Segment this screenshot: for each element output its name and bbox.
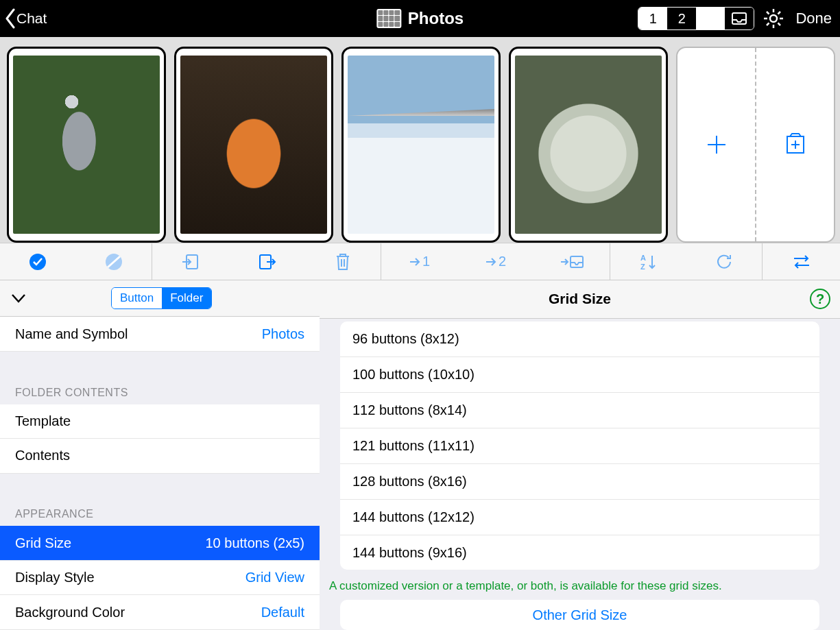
page-1-tab[interactable]: 1 bbox=[638, 8, 667, 29]
grid-option[interactable]: 128 buttons (8x16) bbox=[340, 464, 819, 500]
svg-point-1 bbox=[770, 15, 777, 22]
lower-panes: Button Folder Name and Symbol Photos FOL… bbox=[0, 280, 840, 630]
photo-card-4[interactable] bbox=[509, 47, 668, 243]
page-segmented-control[interactable]: 1 2 bbox=[638, 7, 754, 30]
cancel-circle-icon bbox=[104, 252, 123, 271]
svg-line-8 bbox=[778, 12, 781, 14]
import-icon bbox=[181, 252, 200, 271]
grid-option[interactable]: 121 buttons (11x11) bbox=[340, 428, 819, 464]
photo-card-3[interactable] bbox=[341, 47, 501, 243]
header-right: 1 2 Done bbox=[638, 6, 835, 31]
page-tray-tab[interactable] bbox=[725, 8, 754, 29]
grid-size-row[interactable]: Grid Size 10 buttons (2x5) bbox=[0, 526, 320, 561]
template-label: Template bbox=[15, 413, 71, 429]
background-color-label: Background Color bbox=[15, 605, 125, 620]
sort-az-icon: AZ bbox=[638, 253, 658, 271]
button-folder-segment[interactable]: Button Folder bbox=[111, 287, 212, 309]
right-title: Grid Size bbox=[549, 291, 611, 307]
help-button[interactable]: ? bbox=[810, 289, 830, 309]
add-card bbox=[676, 47, 835, 243]
grid-size-note: A customized version or a template, or b… bbox=[320, 570, 840, 600]
export-button[interactable] bbox=[248, 250, 286, 274]
segment-button[interactable]: Button bbox=[112, 288, 162, 308]
page-title: Photos bbox=[408, 9, 464, 28]
display-style-row[interactable]: Display Style Grid View bbox=[0, 561, 320, 596]
name-and-symbol-label: Name and Symbol bbox=[15, 326, 128, 342]
photo-card-2[interactable] bbox=[174, 47, 333, 243]
deselect-all-button[interactable] bbox=[95, 250, 133, 274]
gear-icon bbox=[763, 8, 784, 29]
add-button[interactable] bbox=[677, 48, 756, 241]
select-all-button[interactable] bbox=[19, 250, 57, 274]
grid-size-label: Grid Size bbox=[15, 535, 71, 551]
svg-text:Z: Z bbox=[640, 263, 645, 271]
photos-app-icon bbox=[376, 9, 401, 28]
back-button[interactable]: Chat bbox=[0, 8, 51, 29]
photo-airplane-wing bbox=[348, 56, 494, 234]
right-header: Grid Size ? bbox=[320, 280, 840, 319]
trash-icon bbox=[334, 252, 352, 271]
grid-option[interactable]: 112 buttons (8x14) bbox=[340, 393, 819, 428]
svg-text:A: A bbox=[640, 254, 646, 262]
contents-label: Contents bbox=[15, 448, 70, 463]
app-header: Chat Photos 1 2 Done bbox=[0, 0, 840, 37]
refresh-icon bbox=[715, 253, 733, 271]
done-button[interactable]: Done bbox=[793, 10, 835, 27]
arrow-right-icon bbox=[409, 256, 421, 267]
send-group: 1 2 bbox=[381, 243, 610, 280]
segment-folder[interactable]: Folder bbox=[162, 288, 211, 308]
title-group: Photos bbox=[376, 9, 464, 28]
page-2-tab[interactable]: 2 bbox=[667, 8, 696, 29]
photo-starfish bbox=[180, 56, 327, 234]
template-row[interactable]: Template bbox=[0, 404, 320, 439]
arrange-group: AZ bbox=[610, 243, 763, 280]
contents-row[interactable]: Contents bbox=[0, 439, 320, 474]
name-and-symbol-value: Photos bbox=[262, 326, 304, 342]
svg-line-9 bbox=[767, 23, 769, 26]
grid-option[interactable]: 100 buttons (10x10) bbox=[340, 357, 819, 393]
grid-option[interactable]: 144 buttons (9x16) bbox=[340, 535, 819, 570]
settings-button[interactable] bbox=[761, 6, 786, 31]
grid-size-pane: Grid Size ? 96 buttons (8x12) 100 button… bbox=[320, 280, 840, 630]
photo-card-1[interactable] bbox=[7, 47, 166, 243]
other-grid-size-button[interactable]: Other Grid Size bbox=[340, 600, 819, 630]
name-and-symbol-row[interactable]: Name and Symbol Photos bbox=[0, 317, 320, 352]
appearance-section-label: APPEARANCE bbox=[0, 493, 320, 526]
back-label: Chat bbox=[16, 10, 47, 27]
send-to-1-button[interactable]: 1 bbox=[400, 250, 439, 274]
photo-heron bbox=[13, 56, 160, 234]
display-style-label: Display Style bbox=[15, 570, 95, 585]
chevron-left-icon bbox=[4, 8, 16, 29]
sort-button[interactable]: AZ bbox=[629, 250, 667, 274]
photo-plants bbox=[515, 56, 662, 234]
photo-strip bbox=[0, 37, 840, 243]
send-to-tray-button[interactable] bbox=[553, 250, 591, 274]
clipboard-group bbox=[152, 243, 381, 280]
send-to-2-button[interactable]: 2 bbox=[477, 250, 515, 274]
properties-pane: Button Folder Name and Symbol Photos FOL… bbox=[0, 280, 320, 630]
grid-size-list: 96 buttons (8x12) 100 buttons (10x10) 11… bbox=[340, 322, 819, 570]
refresh-button[interactable] bbox=[705, 250, 743, 274]
collapse-button[interactable] bbox=[8, 288, 29, 308]
background-color-value: Default bbox=[261, 605, 304, 620]
swap-group bbox=[763, 243, 840, 280]
grid-size-value: 10 buttons (2x5) bbox=[205, 535, 304, 551]
grid-option[interactable]: 144 buttons (12x12) bbox=[340, 500, 819, 535]
export-icon bbox=[257, 252, 276, 271]
plus-icon bbox=[705, 133, 728, 156]
send-to-1-label: 1 bbox=[422, 254, 430, 269]
left-header: Button Folder bbox=[0, 280, 320, 317]
delete-button[interactable] bbox=[324, 250, 362, 274]
folder-contents-section-label: FOLDER CONTENTS bbox=[0, 372, 320, 404]
swap-button[interactable] bbox=[782, 250, 821, 274]
swap-icon bbox=[791, 254, 812, 270]
edit-toolbar: 1 2 AZ bbox=[0, 243, 840, 280]
add-folder-button[interactable] bbox=[756, 48, 834, 241]
chevron-down-icon bbox=[11, 293, 26, 303]
grid-option[interactable]: 96 buttons (8x12) bbox=[340, 322, 819, 357]
import-button[interactable] bbox=[171, 250, 210, 274]
svg-line-6 bbox=[767, 12, 769, 14]
background-color-row[interactable]: Background Color Default bbox=[0, 595, 320, 630]
send-to-2-label: 2 bbox=[499, 254, 506, 269]
check-circle-icon bbox=[28, 252, 47, 271]
